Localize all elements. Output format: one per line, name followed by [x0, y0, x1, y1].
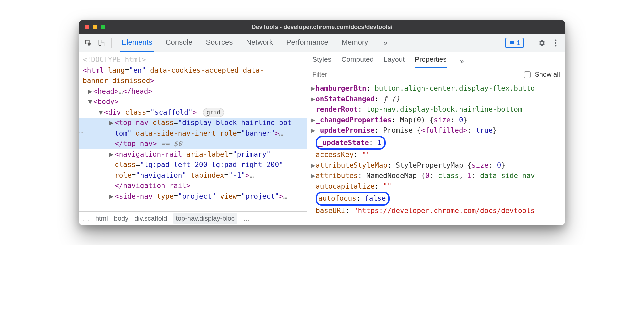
tab-console[interactable]: Console	[164, 34, 194, 52]
toolbar-divider	[111, 38, 112, 48]
panels-container: ⋯ <!DOCTYPE html> <html lang="en" data-c…	[79, 52, 565, 225]
elements-panel: ⋯ <!DOCTYPE html> <html lang="en" data-c…	[79, 52, 307, 225]
svg-point-4	[555, 42, 557, 44]
prop-onStateChanged[interactable]: ▶onStateChanged: ƒ ()	[307, 94, 565, 105]
maximize-window-button[interactable]	[101, 25, 105, 29]
sidebar-tab-styles[interactable]: Styles	[312, 55, 331, 68]
crumb-overflow-right[interactable]: …	[243, 215, 250, 222]
tab-overflow-icon[interactable]: »	[380, 39, 391, 47]
prop-hamburgerBtn[interactable]: ▶hamburgerBtn: button.align-center.displ…	[307, 83, 565, 94]
minimize-window-button[interactable]	[93, 25, 97, 29]
sidebar-tab-overflow-icon[interactable]: »	[457, 57, 467, 66]
sidebar-tab-bar: Styles Computed Layout Properties »	[307, 52, 565, 68]
svg-point-5	[555, 45, 557, 46]
show-all-checkbox[interactable]	[524, 71, 531, 78]
grid-badge[interactable]: grid	[203, 108, 224, 117]
dom-breadcrumbs[interactable]: … html body div.scaffold top-nav.display…	[79, 211, 307, 225]
properties-list[interactable]: ▶hamburgerBtn: button.align-center.displ…	[307, 81, 565, 225]
dom-side-nav[interactable]: ▶<side-nav type="project" view="project"…	[79, 191, 307, 202]
main-toolbar: Elements Console Sources Network Perform…	[79, 34, 565, 52]
main-tab-bar: Elements Console Sources Network Perform…	[116, 34, 504, 52]
sidebar-tab-layout[interactable]: Layout	[384, 55, 405, 68]
window-title: DevTools - developer.chrome.com/docs/dev…	[79, 24, 565, 31]
crumb-div-scaffold[interactable]: div.scaffold	[134, 215, 167, 222]
tab-performance[interactable]: Performance	[285, 34, 330, 52]
crumb-overflow-left[interactable]: …	[83, 215, 89, 222]
selected-row-dots-icon: ⋯	[79, 128, 83, 137]
dom-head[interactable]: ▶<head>…</head>	[79, 86, 307, 97]
window-titlebar: DevTools - developer.chrome.com/docs/dev…	[79, 20, 565, 34]
prop-changedProperties[interactable]: ▶_changedProperties: Map(0) {size: 0}	[307, 115, 565, 126]
sidebar-panel: Styles Computed Layout Properties » Show…	[307, 52, 565, 225]
dom-topnav-selected[interactable]: ▶<top-nav class="display-block hairline-…	[79, 118, 307, 128]
dom-topnav-close[interactable]: </top-nav> == $0	[79, 139, 307, 149]
device-toolbar-icon[interactable]	[95, 37, 107, 49]
issues-count: 1	[517, 39, 520, 47]
dom-navigation-rail-cont1[interactable]: class="lg:pad-left-200 lg:pad-right-200"	[79, 160, 307, 170]
dom-topnav-selected-cont[interactable]: tom" data-side-nav-inert role="banner">…	[79, 128, 307, 139]
svg-rect-2	[101, 42, 104, 46]
dom-html-open[interactable]: <html lang="en" data-cookies-accepted da…	[79, 65, 307, 76]
dom-html-open-cont[interactable]: banner-dismissed>	[79, 76, 307, 86]
show-all-label: Show all	[535, 71, 560, 78]
properties-filter-input[interactable]	[312, 71, 520, 78]
dom-navigation-rail-close[interactable]: </navigation-rail>	[79, 181, 307, 191]
prop-baseURI[interactable]: baseURI: "https://developer.chrome.com/d…	[307, 206, 565, 216]
prop-updateState-highlighted[interactable]: _updateState: 1	[307, 136, 565, 150]
window-traffic-lights	[79, 25, 105, 29]
kebab-menu-icon[interactable]	[550, 37, 561, 49]
dom-tree[interactable]: ⋯ <!DOCTYPE html> <html lang="en" data-c…	[79, 52, 307, 211]
dom-body-open[interactable]: ▼<body>	[79, 97, 307, 107]
prop-attributes[interactable]: ▶attributes: NamedNodeMap {0: class, 1: …	[307, 171, 565, 181]
dom-doctype[interactable]: <!DOCTYPE html>	[79, 55, 307, 65]
prop-autofocus-highlighted[interactable]: autofocus: false	[307, 192, 565, 206]
crumb-top-nav[interactable]: top-nav.display-bloc	[173, 213, 237, 224]
sidebar-tab-properties[interactable]: Properties	[415, 55, 447, 68]
properties-filter-row: Show all	[307, 68, 565, 81]
close-window-button[interactable]	[85, 25, 89, 29]
sidebar-tab-computed[interactable]: Computed	[341, 55, 374, 68]
devtools-window: DevTools - developer.chrome.com/docs/dev…	[79, 20, 565, 225]
toolbar-right-group: 1	[505, 37, 561, 49]
prop-attributeStyleMap[interactable]: ▶attributeStyleMap: StylePropertyMap {si…	[307, 160, 565, 171]
inspect-element-icon[interactable]	[83, 37, 94, 49]
settings-gear-icon[interactable]	[536, 37, 547, 49]
tab-network[interactable]: Network	[245, 34, 274, 52]
prop-accessKey[interactable]: accessKey: ""	[307, 150, 565, 160]
dom-navigation-rail-cont2[interactable]: role="navigation" tabindex="-1">…	[79, 170, 307, 181]
tab-sources[interactable]: Sources	[204, 34, 234, 52]
tab-memory[interactable]: Memory	[340, 34, 369, 52]
svg-point-3	[555, 39, 557, 41]
dom-navigation-rail[interactable]: ▶<navigation-rail aria-label="primary"	[79, 149, 307, 160]
issues-button[interactable]: 1	[505, 38, 524, 48]
prop-autocapitalize[interactable]: autocapitalize: ""	[307, 181, 565, 192]
toolbar-divider	[530, 38, 530, 48]
tab-elements[interactable]: Elements	[120, 34, 154, 52]
crumb-body[interactable]: body	[114, 215, 128, 222]
issues-icon	[509, 40, 515, 46]
crumb-html[interactable]: html	[95, 215, 108, 222]
dom-div-scaffold[interactable]: ▼<div class="scaffold"> grid	[79, 107, 307, 118]
prop-renderRoot[interactable]: renderRoot: top-nav.display-block.hairli…	[307, 104, 565, 115]
prop-updatePromise[interactable]: ▶_updatePromise: Promise {<fulfilled>: t…	[307, 125, 565, 136]
